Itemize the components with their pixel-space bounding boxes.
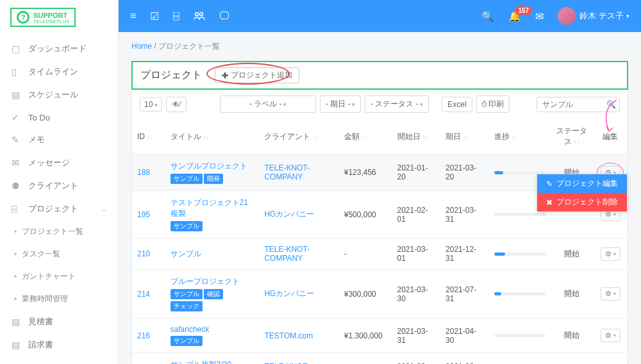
row-actions-button[interactable]: ⚙▾ xyxy=(601,329,620,342)
row-due-date: 2021-07-31 xyxy=(440,270,489,318)
project-icon[interactable]: ⌸ xyxy=(173,10,179,22)
col-amount[interactable]: 金額 xyxy=(344,132,360,141)
row-start-date: 2021-03-31 xyxy=(392,318,441,353)
breadcrumb-current: プロジェクト一覧 xyxy=(158,42,220,51)
col-id[interactable]: ID xyxy=(137,132,145,141)
row-id-link[interactable]: 210 xyxy=(137,249,150,258)
sidebar-item[interactable]: ✓To Do xyxy=(0,106,118,128)
sidebar-item[interactable]: ▤請求書 xyxy=(0,333,118,356)
sidebar-subitem[interactable]: プロジェクト一覧 xyxy=(0,220,118,243)
monitor-icon[interactable]: 🖵 xyxy=(219,10,229,22)
notifications-icon[interactable]: 🔔157 xyxy=(508,10,521,22)
tag: チェック xyxy=(171,301,203,311)
row-title-link[interactable]: safaricheck xyxy=(171,325,210,334)
sidebar-item[interactable]: ▢ダッシュボード xyxy=(0,37,118,60)
tag: 開発 xyxy=(204,174,223,184)
status-filter[interactable]: - ステータス - xyxy=(365,95,429,113)
row-id-link[interactable]: 216 xyxy=(137,331,150,340)
sidebar-subitem[interactable]: タスク一覧 xyxy=(0,243,118,265)
svg-point-1 xyxy=(200,13,203,16)
row-title-link[interactable]: テストプロジェクト21複製 xyxy=(171,198,248,218)
row-due-date: 2021-03-31 xyxy=(440,191,489,238)
row-actions-button[interactable]: ⚙▾ xyxy=(601,247,620,261)
notification-badge: 157 xyxy=(515,6,532,15)
tag: サンプル xyxy=(171,336,203,346)
visibility-toggle[interactable]: 👁∕ xyxy=(166,97,187,112)
sidebar-item[interactable]: ⌸プロジェクト⌄ xyxy=(0,197,118,220)
nav-icon: ⚉ xyxy=(12,181,22,191)
logo[interactable]: ? SUPPORTTELEONEPLUS xyxy=(0,0,118,35)
row-start-date: 2021-03-01 xyxy=(392,353,441,365)
row-amount: - xyxy=(339,238,392,270)
page-size-select[interactable]: 10 xyxy=(140,97,162,112)
row-client-link[interactable]: HGカンパニー xyxy=(264,210,314,219)
sidebar-item[interactable]: ▤見積書 xyxy=(0,310,118,333)
row-title-link[interactable]: サンプル xyxy=(171,249,201,258)
user-menu[interactable]: 鈴木 テス子 ▾ xyxy=(558,7,629,25)
row-id-link[interactable]: 214 xyxy=(137,290,150,299)
row-due-date: 2021-06-01 xyxy=(440,353,489,365)
sidebar-item-label: 見積書 xyxy=(28,316,53,327)
check-icon[interactable]: ☑ xyxy=(150,10,159,22)
nav-icon: ✉ xyxy=(12,158,22,168)
mail-icon[interactable]: ✉ xyxy=(535,10,544,22)
row-title-link[interactable]: ブループロジェクト xyxy=(171,277,240,286)
search-icon[interactable]: 🔍 xyxy=(481,10,494,22)
nav-icon: ▤ xyxy=(12,317,22,327)
row-start-date: 2021-03-01 xyxy=(392,238,441,270)
sidebar-item-label: メモ xyxy=(28,134,45,145)
row-client-link[interactable]: HGカンパニー xyxy=(264,289,314,298)
delete-project-action[interactable]: ✖ プロジェクト削除 xyxy=(537,193,627,211)
row-client-link[interactable]: TELE-KNOT-COMPANY xyxy=(264,163,310,181)
row-id-link[interactable]: 195 xyxy=(137,210,150,219)
sidebar-item[interactable]: ✉メッセージ xyxy=(0,151,118,174)
menu-icon[interactable]: ≡ xyxy=(130,10,136,22)
toolbar: 10 👁∕ - ラベル - - 期日 - - ステータス - Excel ⎙ 印… xyxy=(132,89,628,119)
row-title-link[interactable]: サンプルプロジェクト xyxy=(171,161,247,170)
add-project-button[interactable]: ✚ プロジェクト追加 xyxy=(215,67,299,83)
table-row: 210 サンプル TELE-KNOT-COMPANY - 2021-03-01 … xyxy=(132,238,628,270)
sidebar-item[interactable]: ▯タイムライン xyxy=(0,60,118,83)
label-filter[interactable]: - ラベル - xyxy=(220,95,316,113)
chevron-down-icon: ⌄ xyxy=(101,206,106,213)
col-status[interactable]: ステータス xyxy=(556,126,587,146)
edit-project-action[interactable]: ✎ プロジェクト編集 xyxy=(537,174,627,193)
tag: サンプル xyxy=(171,174,203,184)
sidebar-item[interactable]: ⚉クライアント xyxy=(0,174,118,197)
topbar: ≡ ☑ ⌸ 🖵 🔍 🔔157 ✉ 鈴木 テス子 ▾ xyxy=(119,0,641,32)
sidebar-subitem[interactable]: 業務時間管理 xyxy=(0,288,118,310)
row-id-link[interactable]: 188 xyxy=(137,168,150,177)
progress-bar xyxy=(494,252,545,256)
col-start[interactable]: 開始日 xyxy=(397,132,420,141)
progress-bar xyxy=(494,334,545,337)
col-title[interactable]: タイトル xyxy=(171,132,201,141)
table-row: 217 サンプル複製3/30複製 TELE-KNOT-COMPANY - 202… xyxy=(132,353,628,365)
sidebar-item[interactable]: ≡アイテム xyxy=(0,356,118,364)
row-client-link[interactable]: TESTOM.com xyxy=(264,331,313,340)
row-actions-button[interactable]: ⚙▾ xyxy=(601,287,620,301)
col-progress[interactable]: 進捗 xyxy=(494,132,510,141)
tag: 確認 xyxy=(204,289,223,299)
col-due[interactable]: 期日 xyxy=(445,132,461,141)
row-status: 開始 xyxy=(551,318,594,353)
print-button[interactable]: ⎙ 印刷 xyxy=(476,95,510,113)
sidebar-item[interactable]: ▤スケジュール xyxy=(0,83,118,106)
row-title-link[interactable]: サンプル複製3/30 xyxy=(171,360,231,364)
col-client[interactable]: クライアント xyxy=(264,132,310,141)
due-filter[interactable]: - 期日 - xyxy=(320,95,361,113)
row-action-menu: ✎ プロジェクト編集✖ プロジェクト削除 xyxy=(537,174,628,212)
logo-sub: TELEONEPLUS xyxy=(33,19,69,24)
breadcrumb-home[interactable]: Home xyxy=(131,42,152,51)
sidebar-item[interactable]: ✎メモ xyxy=(0,128,118,151)
row-status: 開始 xyxy=(551,238,594,270)
excel-button[interactable]: Excel xyxy=(442,97,472,112)
row-start-date: 2021-03-30 xyxy=(392,270,441,318)
progress-bar xyxy=(494,292,545,295)
clients-icon[interactable] xyxy=(194,12,205,21)
progress-bar xyxy=(494,213,545,216)
row-client-link[interactable]: TELE-KNOT-COMPANY xyxy=(264,245,310,263)
sidebar-item-label: プロジェクト xyxy=(28,203,78,215)
sidebar-item-label: To Do xyxy=(28,113,50,122)
search-input[interactable] xyxy=(537,97,620,112)
sidebar-subitem[interactable]: ガントチャート xyxy=(0,265,118,288)
